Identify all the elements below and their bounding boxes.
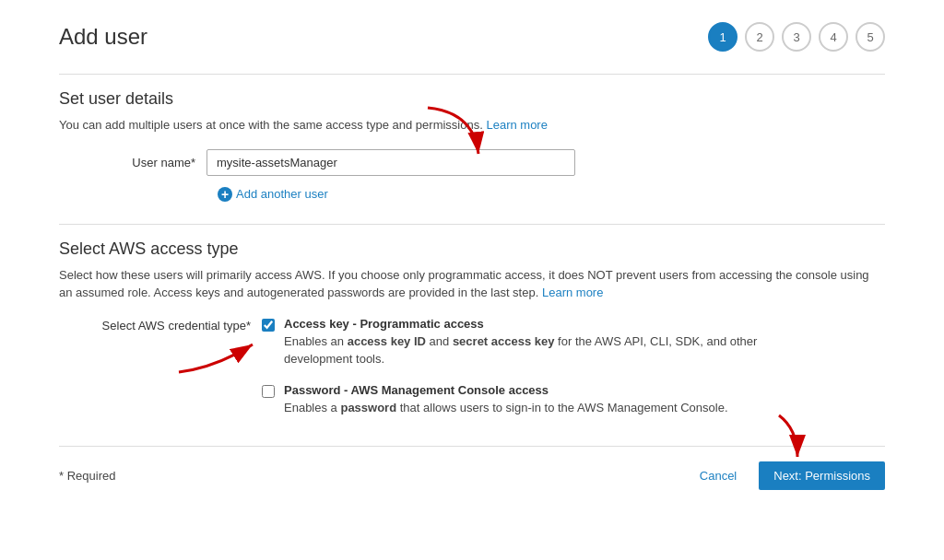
- password-title: Password - AWS Management Console access: [284, 383, 728, 397]
- add-another-user-link[interactable]: + Add another user: [218, 187, 885, 202]
- access-key-title: Access key - Programmatic access: [284, 317, 800, 331]
- aws-access-type-section: Select AWS access type Select how these …: [59, 224, 885, 417]
- credential-type-label: Select AWS credential type*: [59, 317, 262, 332]
- password-option: Password - AWS Management Console access…: [262, 383, 800, 417]
- step-1[interactable]: 1: [708, 22, 738, 52]
- access-key-checkbox[interactable]: [262, 319, 275, 332]
- credential-section: Select AWS credential type* Access key -…: [59, 317, 885, 417]
- aws-access-type-learn-more[interactable]: Learn more: [542, 286, 603, 299]
- username-row: User name*: [59, 149, 885, 176]
- add-another-user-label: Add another user: [236, 187, 328, 201]
- credential-row: Select AWS credential type* Access key -…: [59, 317, 885, 417]
- access-key-content: Access key - Programmatic access Enables…: [284, 317, 800, 368]
- set-user-details-learn-more[interactable]: Learn more: [486, 118, 547, 132]
- footer-buttons: Cancel Next: Permissions: [689, 461, 885, 490]
- password-content: Password - AWS Management Console access…: [284, 383, 728, 417]
- arrow-credential: [160, 326, 262, 381]
- page-container: Add user 1 2 3 4 5 Set user details You …: [30, 0, 914, 512]
- arrow-next: [747, 411, 811, 466]
- password-checkbox[interactable]: [262, 385, 275, 398]
- credential-options: Access key - Programmatic access Enables…: [262, 317, 800, 417]
- username-input[interactable]: [206, 149, 575, 176]
- step-2[interactable]: 2: [745, 22, 774, 52]
- page-title: Add user: [59, 24, 148, 50]
- add-icon: +: [218, 187, 232, 202]
- set-user-details-title: Set user details: [59, 89, 885, 109]
- aws-access-type-desc: Select how these users will primarily ac…: [59, 266, 885, 302]
- footer: * Required Cancel Next: Permissions: [59, 446, 885, 490]
- stepper: 1 2 3 4 5: [708, 22, 885, 52]
- step-3[interactable]: 3: [782, 22, 811, 52]
- access-key-option: Access key - Programmatic access Enables…: [262, 317, 800, 368]
- password-desc: Enables a password that allows users to …: [284, 399, 728, 417]
- access-key-desc: Enables an access key ID and secret acce…: [284, 332, 800, 368]
- cancel-button[interactable]: Cancel: [689, 463, 748, 488]
- required-note: * Required: [59, 469, 115, 483]
- next-permissions-button[interactable]: Next: Permissions: [759, 461, 885, 490]
- step-5[interactable]: 5: [856, 22, 885, 52]
- username-label: User name*: [59, 156, 206, 169]
- set-user-details-desc: You can add multiple users at once with …: [59, 116, 885, 134]
- set-user-details-section: Set user details You can add multiple us…: [59, 74, 885, 202]
- aws-access-type-title: Select AWS access type: [59, 239, 885, 259]
- page-header: Add user 1 2 3 4 5: [59, 22, 885, 52]
- step-4[interactable]: 4: [819, 22, 848, 52]
